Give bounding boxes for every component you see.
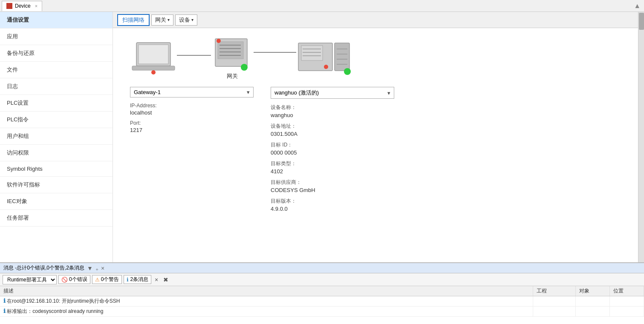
error-badge[interactable]: 🚫 0个错误 xyxy=(58,275,90,284)
messages-toolbar: Runtime部署工具 🚫 0个错误 ⚠ 0个警告 ℹ 2条消息 × ✖ xyxy=(0,273,644,286)
gateway-info-panel: Gateway-1 IP-Address: localhost Port: 12… xyxy=(130,87,258,216)
target-id-value: 0000 0005 xyxy=(271,149,399,156)
info-badge[interactable]: ℹ 2条消息 xyxy=(124,275,151,284)
tab-close-button[interactable]: × xyxy=(35,3,38,9)
msg-row-2-desc: ℹ 标准输出：codesyscontrol already running xyxy=(0,307,533,317)
svg-point-3 xyxy=(151,70,156,75)
svg-rect-1 xyxy=(139,45,168,64)
device-info-panel: wanghuo (激活的) 设备名称： wanghuo 设备地址： 0301.5… xyxy=(271,87,399,216)
msg-row-2-project xyxy=(533,307,576,317)
svg-rect-5 xyxy=(218,42,243,59)
msg-row-1-project xyxy=(533,296,576,307)
sidebar-item-logs[interactable]: 日志 xyxy=(0,78,113,95)
table-row: ℹ 在root@192.168.10.10: 开始runtime执行命令SSH xyxy=(0,296,644,307)
device-name-label: 设备名称： xyxy=(271,104,399,111)
laptop-icon xyxy=(130,40,177,77)
target-type-label: 目标类型： xyxy=(271,160,399,167)
scroll-thumb[interactable] xyxy=(639,13,644,30)
messages-pin-icon[interactable]: ▼ xyxy=(87,265,93,272)
msg-row-2-object xyxy=(576,307,610,317)
gateway-button[interactable]: 网关 xyxy=(151,14,173,26)
info-count: 2条消息 xyxy=(130,276,148,283)
target-version-value: 4.9.0.0 xyxy=(271,206,399,212)
sidebar-item-symbol-rights[interactable]: Symbol Rights xyxy=(0,161,113,177)
msg-row-2-position xyxy=(610,307,644,317)
main-container: 通信设置 应用 备份与还原 文件 日志 PLC设置 PLC指令 用户和组 访问权… xyxy=(0,12,644,262)
col-header-desc: 描述 xyxy=(0,286,533,296)
tab-label: Device xyxy=(15,3,31,9)
device-tab[interactable]: Device × xyxy=(2,1,42,11)
messages-table: 描述 工程 对象 位置 ℹ 在root@192.168.10.10: 开始run… xyxy=(0,286,644,324)
col-header-project: 工程 xyxy=(533,286,576,296)
gateway-icon xyxy=(211,37,254,74)
error-count: 0个错误 xyxy=(69,276,87,283)
device-addr-label: 设备地址： xyxy=(271,123,399,130)
msg-row-1-object xyxy=(576,296,610,307)
col-header-object: 对象 xyxy=(576,286,610,296)
tab-icon xyxy=(6,3,12,9)
svg-point-23 xyxy=(344,68,351,75)
svg-point-10 xyxy=(217,39,221,43)
device-addr-value: 0301.500A xyxy=(271,131,399,137)
table-row: ℹ 标准输出：codesyscontrol already running xyxy=(0,307,644,317)
msg-row-1-desc: ℹ 在root@192.168.10.10: 开始runtime执行命令SSH xyxy=(0,296,533,307)
device-button[interactable]: 设备 xyxy=(175,14,197,26)
target-id-label: 目标 ID： xyxy=(271,141,399,149)
sidebar-item-access[interactable]: 访问权限 xyxy=(0,145,113,161)
device-dropdown[interactable]: wanghuo (激活的) xyxy=(271,87,394,99)
laptop-svg xyxy=(130,40,177,77)
content-area: 扫描网络 网关 设备 xyxy=(113,12,638,262)
line-connector-1 xyxy=(177,55,211,56)
gateway-device-block: 网关 xyxy=(211,37,254,80)
svg-point-22 xyxy=(324,65,328,69)
sidebar-item-software-license[interactable]: 软件许可指标 xyxy=(0,177,113,193)
port-label: Port: xyxy=(130,120,258,126)
sidebar-item-backup[interactable]: 备份与还原 xyxy=(0,45,113,62)
clear-button[interactable]: × xyxy=(153,275,160,284)
warning-icon: ⚠ xyxy=(95,277,100,283)
target-vendor-value: CODESYS GmbH xyxy=(271,187,399,193)
plc-svg xyxy=(296,40,352,76)
svg-rect-14 xyxy=(335,43,349,71)
ip-value: localhost xyxy=(130,109,258,116)
window-maximize[interactable]: ▲ xyxy=(632,2,642,10)
ip-label: IP-Address: xyxy=(130,103,258,109)
toolbar: 扫描网络 网关 设备 xyxy=(113,12,638,28)
sidebar-item-users[interactable]: 用户和组 xyxy=(0,128,113,145)
plc-device-block xyxy=(296,40,352,77)
gateway-svg xyxy=(211,37,254,73)
messages-close-icon[interactable]: × xyxy=(101,265,104,272)
svg-rect-2 xyxy=(132,66,175,70)
scan-network-button[interactable]: 扫描网络 xyxy=(117,14,150,26)
info-icon: ℹ xyxy=(127,277,129,283)
scrollbar[interactable] xyxy=(638,12,644,262)
title-bar: Device × ▲ xyxy=(0,0,644,12)
col-header-position: 位置 xyxy=(610,286,644,296)
messages-panel: 消息 -总计0个错误,0个警告,2条消息 ▼ ₊ × Runtime部署工具 🚫… xyxy=(0,262,644,324)
warning-badge[interactable]: ⚠ 0个警告 xyxy=(92,275,122,284)
sidebar-item-task-deploy[interactable]: 任务部署 xyxy=(0,210,113,227)
sidebar-header: 通信设置 xyxy=(0,12,113,29)
gateway-dropdown[interactable]: Gateway-1 xyxy=(130,87,254,97)
error-icon: 🚫 xyxy=(61,277,68,283)
device-name-value: wanghuo xyxy=(271,112,399,118)
diagram-area: 网关 xyxy=(113,28,638,262)
sidebar-item-files[interactable]: 文件 xyxy=(0,62,113,78)
messages-source-select[interactable]: Runtime部署工具 xyxy=(3,275,57,284)
messages-dock-icon[interactable]: ₊ xyxy=(95,265,98,272)
target-type-value: 4102 xyxy=(271,168,399,175)
sidebar-item-iec[interactable]: IEC对象 xyxy=(0,193,113,210)
sidebar-item-plc-settings[interactable]: PLC设置 xyxy=(0,95,113,112)
msg-info-icon-2: ℹ xyxy=(3,308,6,314)
target-version-label: 目标版本： xyxy=(271,198,399,205)
pc-device-block xyxy=(130,40,177,77)
msg-row-1-position xyxy=(610,296,644,307)
sidebar-item-apply[interactable]: 应用 xyxy=(0,29,113,45)
plc-icon xyxy=(296,40,352,77)
svg-point-11 xyxy=(241,64,248,71)
svg-rect-13 xyxy=(301,46,323,60)
line-connector-2 xyxy=(254,52,296,53)
warning-count: 0个警告 xyxy=(101,276,119,283)
sidebar-item-plc-commands[interactable]: PLC指令 xyxy=(0,112,113,128)
clear-all-button[interactable]: ✖ xyxy=(162,275,170,284)
